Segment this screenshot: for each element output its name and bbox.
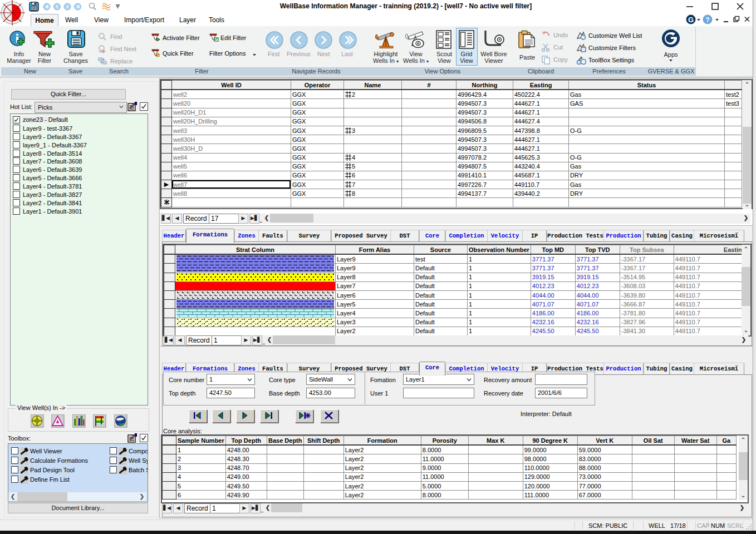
svg-text:G: G [688,16,694,24]
svg-text:?: ? [705,16,709,24]
